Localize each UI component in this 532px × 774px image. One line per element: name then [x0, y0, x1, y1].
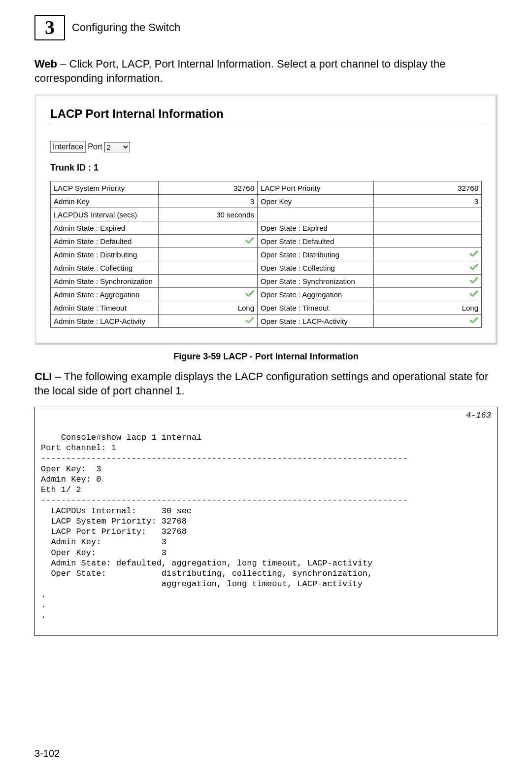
value-right	[374, 275, 482, 288]
value-right	[374, 288, 482, 301]
check-icon	[245, 290, 254, 297]
label-left: Admin State : Collecting	[51, 261, 159, 275]
interface-label: Interface	[50, 141, 86, 153]
label-right: Oper State : Expired	[258, 221, 374, 235]
label-left: LACPDUS Interval (secs)	[51, 208, 159, 221]
table-row: LACP System Priority32768LACP Port Prior…	[51, 181, 482, 195]
screenshot-heading-rule	[50, 124, 482, 124]
label-left: Admin State : Timeout	[51, 301, 159, 315]
value-right	[374, 261, 482, 275]
value-left	[158, 288, 257, 301]
value-left: 3	[158, 195, 257, 208]
table-row: Admin State : LACP-ActivityOper State : …	[51, 315, 482, 328]
label-left: Admin Key	[51, 195, 159, 208]
label-right: Oper Key	[258, 195, 374, 208]
value-right	[374, 208, 482, 221]
table-row: Admin State : DefaultedOper State : Defa…	[51, 235, 482, 248]
table-row: Admin State : SynchronizationOper State …	[51, 275, 482, 288]
lacp-info-table: LACP System Priority32768LACP Port Prior…	[50, 181, 482, 328]
check-icon	[469, 290, 478, 297]
table-row: Admin Key3Oper Key3	[51, 195, 482, 208]
page-number: 3-102	[34, 748, 60, 759]
table-row: Admin State : AggregationOper State : Ag…	[51, 288, 482, 301]
check-icon	[469, 264, 478, 271]
table-row: Admin State : TimeoutLongOper State : Ti…	[51, 301, 482, 315]
label-right: Oper State : Synchronization	[258, 275, 374, 288]
value-right: 3	[374, 195, 482, 208]
value-left	[158, 235, 257, 248]
cli-text: – The following example displays the LAC…	[34, 370, 488, 397]
value-right	[374, 221, 482, 235]
port-label: Port	[88, 142, 102, 151]
label-left: Admin State : LACP-Activity	[51, 315, 159, 328]
chapter-title: Configuring the Switch	[72, 21, 180, 34]
web-paragraph: Web – Click Port, LACP, Port Internal In…	[34, 57, 498, 85]
trunk-id-label: Trunk ID : 1	[50, 163, 482, 173]
label-right	[258, 208, 374, 221]
value-left: Long	[158, 301, 257, 315]
label-left: Admin State : Synchronization	[51, 275, 159, 288]
cli-listing-box: 4-163 Console#show lacp 1 internal Port …	[34, 407, 498, 635]
value-right: 32768	[374, 181, 482, 195]
label-left: Admin State : Defaulted	[51, 235, 159, 248]
value-left	[158, 248, 257, 261]
value-right: Long	[374, 301, 482, 315]
figure-caption: Figure 3-59 LACP - Port Internal Informa…	[34, 352, 498, 362]
check-icon	[469, 277, 478, 284]
port-select[interactable]: 2	[104, 142, 130, 152]
label-left: Admin State : Expired	[51, 221, 159, 235]
value-left: 32768	[158, 181, 257, 195]
chapter-number: 3	[45, 18, 55, 37]
value-left: 30 seconds	[158, 208, 257, 221]
table-row: Admin State : DistributingOper State : D…	[51, 248, 482, 261]
label-right: Oper State : Distributing	[258, 248, 374, 261]
lacp-screenshot: LACP Port Internal Information Interface…	[34, 94, 498, 345]
table-row: LACPDUS Interval (secs)30 seconds	[51, 208, 482, 221]
label-right: Oper State : Defaulted	[258, 235, 374, 248]
cli-prefix: CLI	[34, 370, 52, 383]
label-right: Oper State : Collecting	[258, 261, 374, 275]
interface-row: Interface Port 2	[50, 141, 482, 153]
value-left	[158, 315, 257, 328]
page-header: 3 Configuring the Switch	[34, 15, 498, 40]
table-row: Admin State : CollectingOper State : Col…	[51, 261, 482, 275]
label-right: LACP Port Priority	[258, 181, 374, 195]
check-icon	[245, 237, 254, 244]
table-row: Admin State : ExpiredOper State : Expire…	[51, 221, 482, 235]
label-right: Oper State : Timeout	[258, 301, 374, 315]
cli-listing: Console#show lacp 1 internal Port channe…	[41, 433, 408, 620]
check-icon	[469, 250, 478, 257]
label-left: Admin State : Distributing	[51, 248, 159, 261]
check-icon	[469, 317, 478, 324]
value-left	[158, 221, 257, 235]
screenshot-heading: LACP Port Internal Information	[50, 107, 482, 121]
web-text: – Click Port, LACP, Port Internal Inform…	[34, 58, 445, 84]
label-left: LACP System Priority	[51, 181, 159, 195]
label-right: Oper State : LACP-Activity	[258, 315, 374, 328]
check-icon	[245, 317, 254, 324]
value-right	[374, 235, 482, 248]
value-right	[374, 248, 482, 261]
cli-paragraph: CLI – The following example displays the…	[34, 370, 498, 398]
cli-reference: 4-163	[466, 410, 491, 421]
label-left: Admin State : Aggregation	[51, 288, 159, 301]
value-right	[374, 315, 482, 328]
value-left	[158, 261, 257, 275]
chapter-number-box: 3	[34, 15, 65, 40]
web-prefix: Web	[34, 58, 57, 70]
value-left	[158, 275, 257, 288]
label-right: Oper State : Aggregation	[258, 288, 374, 301]
